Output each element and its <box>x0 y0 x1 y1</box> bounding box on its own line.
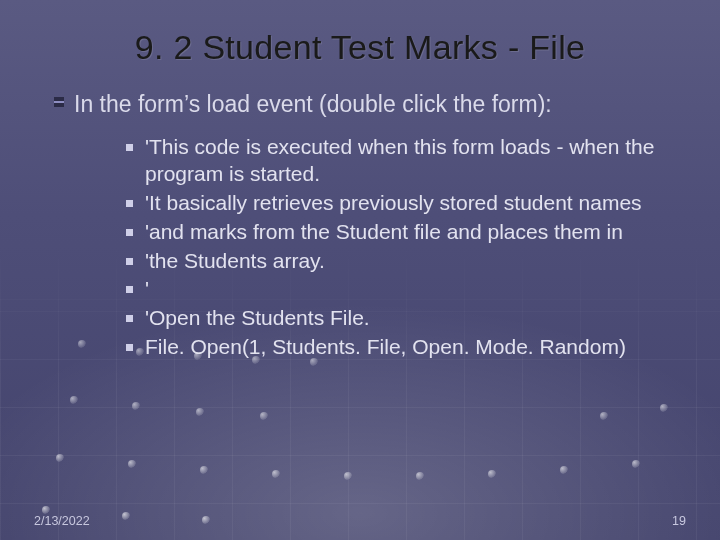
list-item: 'and marks from the Student file and pla… <box>126 219 680 246</box>
bullet-level1: In the form’s load event (double click t… <box>54 89 680 120</box>
slide: 9. 2 Student Test Marks - File In the fo… <box>0 0 720 540</box>
list-item-text: 'the Students array. <box>145 248 325 275</box>
list-item: 'This code is executed when this form lo… <box>126 134 680 188</box>
square-bullet-icon <box>54 97 64 107</box>
small-square-icon <box>126 229 133 236</box>
footer-page-number: 19 <box>672 514 686 528</box>
small-square-icon <box>126 200 133 207</box>
list-item: ' <box>126 276 680 303</box>
list-item-text: ' <box>145 276 149 303</box>
list-item-text: 'It basically retrieves previously store… <box>145 190 642 217</box>
small-square-icon <box>126 144 133 151</box>
slide-title: 9. 2 Student Test Marks - File <box>40 28 680 67</box>
small-square-icon <box>126 258 133 265</box>
small-square-icon <box>126 315 133 322</box>
list-item: File. Open(1, Students. File, Open. Mode… <box>126 334 680 361</box>
slide-footer: 2/13/2022 19 <box>0 514 720 528</box>
footer-date: 2/13/2022 <box>34 514 90 528</box>
small-square-icon <box>126 344 133 351</box>
list-item-text: 'and marks from the Student file and pla… <box>145 219 623 246</box>
list-item-text: 'Open the Students File. <box>145 305 370 332</box>
list-item-text: File. Open(1, Students. File, Open. Mode… <box>145 334 626 361</box>
list-item: 'the Students array. <box>126 248 680 275</box>
sub-bullet-list: 'This code is executed when this form lo… <box>126 134 680 361</box>
level1-text: In the form’s load event (double click t… <box>74 89 552 120</box>
list-item: 'It basically retrieves previously store… <box>126 190 680 217</box>
list-item-text: 'This code is executed when this form lo… <box>145 134 680 188</box>
list-item: 'Open the Students File. <box>126 305 680 332</box>
small-square-icon <box>126 286 133 293</box>
